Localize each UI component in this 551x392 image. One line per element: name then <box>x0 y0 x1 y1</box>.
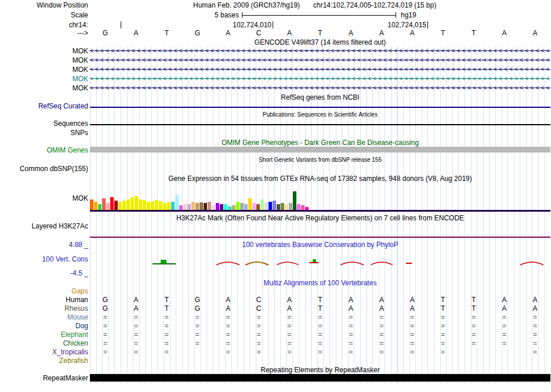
gtex-expression-bar[interactable] <box>212 205 215 210</box>
gtex-expression-bar[interactable] <box>269 202 272 210</box>
gtex-expression-bar[interactable] <box>285 204 288 210</box>
gtex-expression-bar[interactable] <box>98 204 102 210</box>
gtex-expression-bar[interactable] <box>281 203 284 210</box>
gtex-expression-bar[interactable] <box>126 199 130 210</box>
transcript-intron-arrows[interactable]: <<<<<<<<<<<<<<<<<<<<<<<<<<<<<<<<<<<<<<<<… <box>90 74 550 84</box>
gtex-expression-bar[interactable] <box>90 199 93 210</box>
gtex-expression-bar[interactable] <box>293 191 296 210</box>
gtex-expression-bar[interactable] <box>204 203 207 210</box>
gencode-transcript-row[interactable]: MOK<<<<<<<<<<<<<<<<<<<<<<<<<<<<<<<<<<<<<… <box>0 46 551 56</box>
alignment-row-gaps[interactable]: Gaps <box>0 287 551 296</box>
h3k27ac-row[interactable]: Layered H3K27Ac <box>0 222 551 230</box>
alignment-row-rhesus[interactable]: RhesusGATGACATAAATTAA <box>0 304 551 313</box>
species-label[interactable]: Gaps <box>0 287 88 296</box>
gtex-expression-bar[interactable] <box>273 201 276 210</box>
dbsnp-row[interactable]: Common dbSNP(155) <box>0 165 551 173</box>
transcript-intron-arrows[interactable]: <<<<<<<<<<<<<<<<<<<<<<<<<<<<<<<<<<<<<<<<… <box>90 46 550 56</box>
alignment-row-human[interactable]: HumanGATGACATAAATTAA <box>0 296 551 304</box>
phylop-track-label[interactable]: 100 Vert. Cons <box>0 255 88 263</box>
gtex-expression-bar[interactable] <box>236 202 240 210</box>
gtex-expression-bar[interactable] <box>171 202 175 210</box>
refseq-curated-label[interactable]: RefSeq Curated <box>0 102 88 110</box>
gencode-track[interactable]: MOK<<<<<<<<<<<<<<<<<<<<<<<<<<<<<<<<<<<<<… <box>0 46 551 93</box>
sequences-label[interactable]: Sequences <box>0 119 88 128</box>
transcript-label[interactable]: MOK <box>0 84 88 93</box>
alignment-row-chicken[interactable]: Chicken=============== <box>0 339 551 348</box>
species-label[interactable]: Elephant <box>0 331 88 339</box>
gtex-expression-bar[interactable] <box>244 204 248 210</box>
gtex-expression-bar[interactable] <box>175 195 179 210</box>
transcript-label[interactable]: MOK <box>0 46 88 56</box>
alignment-row-zebrafish[interactable]: Zebrafish <box>0 357 551 365</box>
gtex-expression-bar[interactable] <box>102 198 106 210</box>
phylop-wiggle[interactable] <box>90 254 550 271</box>
alignment-row-dog[interactable]: Dog=============== <box>0 322 551 331</box>
gtex-expression-bar[interactable] <box>135 196 138 210</box>
species-label[interactable]: Zebrafish <box>0 357 88 365</box>
repeatmasker-label[interactable]: RepeatMasker <box>0 374 88 382</box>
gtex-expression-bar[interactable] <box>155 200 158 210</box>
omim-genes-row[interactable]: OMIM Genes <box>0 146 551 154</box>
gtex-expression-bar[interactable] <box>248 198 252 210</box>
gtex-expression-bar[interactable] <box>179 205 183 210</box>
gtex-expression-bar[interactable] <box>139 199 142 210</box>
transcript-label[interactable]: MOK <box>0 56 88 65</box>
species-label[interactable]: Rhesus <box>0 304 88 313</box>
gtex-expression-bar[interactable] <box>289 203 292 210</box>
gtex-expression-bar[interactable] <box>143 200 146 210</box>
gtex-expression-bar[interactable] <box>220 204 223 210</box>
gtex-expression-bar[interactable] <box>130 197 134 210</box>
snps-row[interactable]: SNPs <box>0 129 551 137</box>
transcript-label[interactable]: MOK <box>0 74 88 84</box>
refseq-gene-line[interactable] <box>90 107 550 108</box>
species-label[interactable]: X_tropicalis <box>0 348 88 357</box>
gtex-expression-bar[interactable] <box>163 203 166 210</box>
gtex-expression-bar[interactable] <box>256 204 260 210</box>
gtex-expression-bar[interactable] <box>114 201 118 210</box>
gtex-expression-bar[interactable] <box>191 202 195 210</box>
transcript-label[interactable]: MOK <box>0 65 88 74</box>
repeatmasker-bar[interactable] <box>90 374 550 382</box>
alignment-row-elephant[interactable]: Elephant=============== <box>0 331 551 339</box>
gtex-expression-chart[interactable] <box>90 189 550 210</box>
multiz-alignment-track[interactable]: GapsHumanGATGACATAAATTAARhesusGATGACATAA… <box>0 287 551 365</box>
gtex-expression-bar[interactable] <box>224 204 227 210</box>
alignment-row-mouse[interactable]: Mouse=============== <box>0 313 551 322</box>
h3k27ac-label[interactable]: Layered H3K27Ac <box>0 222 88 230</box>
refseq-curated-row[interactable]: RefSeq Curated <box>0 102 551 110</box>
dbsnp-label[interactable]: Common dbSNP(155) <box>0 165 88 173</box>
omim-genes-label[interactable]: OMIM Genes <box>0 146 88 154</box>
publications-sequences-row[interactable]: Sequences <box>0 119 551 128</box>
gtex-expression-bar[interactable] <box>264 203 268 210</box>
gtex-expression-bar[interactable] <box>159 201 162 210</box>
repeatmasker-row[interactable]: RepeatMasker <box>0 374 551 382</box>
gencode-transcript-row[interactable]: MOK<<<<<<<<<<<<<<<<<<<<<<<<<<<<<<<<<<<<<… <box>0 74 551 84</box>
gtex-expression-bar[interactable] <box>208 202 211 210</box>
gtex-expression-bar[interactable] <box>200 202 203 210</box>
snps-label[interactable]: SNPs <box>0 129 88 137</box>
gtex-expression-bar[interactable] <box>106 203 110 210</box>
alignment-row-x_tropicalis[interactable]: X_tropicalis============ <box>0 348 551 357</box>
gencode-transcript-row[interactable]: MOK<<<<<<<<<<<<<<<<<<<<<<<<<<<<<<<<<<<<<… <box>0 56 551 65</box>
gtex-expression-bar[interactable] <box>118 202 122 210</box>
gtex-expression-bar[interactable] <box>301 205 304 210</box>
gtex-expression-bar[interactable] <box>110 197 114 210</box>
gtex-expression-bar[interactable] <box>94 202 97 210</box>
gtex-expression-bar[interactable] <box>183 204 187 210</box>
gtex-gene-label[interactable]: MOK <box>0 194 88 202</box>
transcript-intron-arrows[interactable]: <<<<<<<<<<<<<<<<<<<<<<<<<<<<<<<<<<<<<<<<… <box>90 56 550 65</box>
species-label[interactable]: Mouse <box>0 313 88 322</box>
gtex-expression-bar[interactable] <box>297 204 300 210</box>
gencode-transcript-row[interactable]: MOK<<<<<<<<<<<<<<<<<<<<<<<<<<<<<<<<<<<<<… <box>0 65 551 74</box>
gtex-expression-bar[interactable] <box>277 204 280 210</box>
gtex-expression-bar[interactable] <box>167 202 171 210</box>
species-label[interactable]: Chicken <box>0 339 88 348</box>
species-label[interactable]: Human <box>0 296 88 304</box>
gtex-expression-bar[interactable] <box>252 203 256 210</box>
omim-gene-bar[interactable] <box>90 147 550 153</box>
gtex-expression-bar[interactable] <box>240 203 244 210</box>
species-label[interactable]: Dog <box>0 322 88 331</box>
transcript-intron-arrows[interactable]: <<<<<<<<<<<<<<<<<<<<<<<<<<<<<<<<<<<<<<<<… <box>90 84 550 93</box>
gtex-expression-bar[interactable] <box>187 204 191 210</box>
gtex-expression-bar[interactable] <box>151 201 154 210</box>
